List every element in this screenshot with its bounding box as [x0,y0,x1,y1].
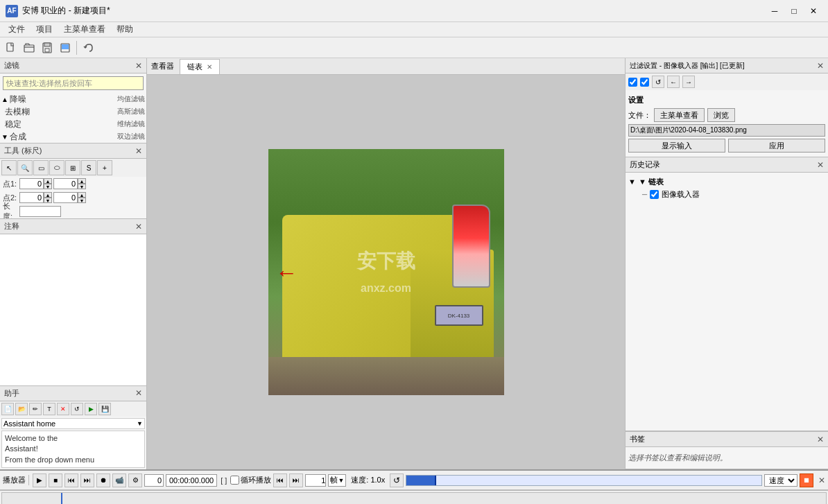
playback-bar-close[interactable]: ✕ [818,476,825,485]
tool-ellipse[interactable]: ⬭ [49,160,64,175]
save-button[interactable] [39,40,55,56]
history-image-loader-cb[interactable] [650,190,659,199]
main-container: 滤镜 ✕ ▲ 降噪 均值滤镜 去模糊 高斯滤镜 稳定 [0,58,828,469]
frame-count-input[interactable] [305,474,326,487]
filter-expand-stable[interactable] [1,121,3,128]
menu-file[interactable]: 文件 [3,22,31,37]
svg-rect-0 [7,43,13,51]
assistant-edit[interactable]: ✏ [29,403,42,415]
minimize-button[interactable]: ─ [766,4,784,18]
filter-expand-composite[interactable]: ▼ [1,133,8,141]
next-frame-button[interactable]: ⏭ [80,473,94,487]
coord-point1-x-down[interactable]: ▼ [44,184,52,189]
filter-panel-close[interactable]: ✕ [135,61,142,71]
assistant-play[interactable]: ▶ [85,403,97,415]
timeline-handle[interactable] [435,476,436,485]
refresh-button[interactable]: ↺ [390,473,404,487]
filter-settings-close[interactable]: ✕ [817,61,824,71]
tool-zoom[interactable]: 🔍 [17,160,33,175]
assistant-panel-close[interactable]: ✕ [135,388,142,398]
filter-expand-noise[interactable]: ▲ [1,96,8,103]
record-stop-button[interactable]: ⏹ [800,473,813,487]
coord-point2-y-down[interactable]: ▼ [78,198,86,203]
filter-expand-deblur[interactable] [1,108,3,116]
assistant-reset[interactable]: ↺ [71,403,83,415]
notes-textarea[interactable] [0,234,146,385]
open-button[interactable] [21,40,37,56]
assistant-text[interactable]: T [43,403,55,415]
chain-tab[interactable]: 链表 ✕ [180,59,220,74]
timeline-scrubber[interactable] [406,475,762,486]
filter-search-input[interactable] [3,76,144,90]
export-video-button[interactable]: 📹 [112,473,126,487]
timeline-track[interactable] [1,492,827,504]
svg-rect-1 [24,45,34,52]
coord-point2-y[interactable] [53,192,78,203]
maximize-button[interactable]: □ [785,4,803,18]
coord-point2-x-up[interactable]: ▲ [44,192,52,198]
coord-point2-x[interactable] [19,192,44,203]
coord-point1-y-down[interactable]: ▼ [78,184,86,189]
svg-rect-3 [44,43,50,46]
chain-tab-close[interactable]: ✕ [207,63,212,71]
history-chain-node[interactable]: ▼ ▼ 链表 [628,175,825,188]
coord-point1-y-up[interactable]: ▲ [78,178,86,184]
settings-filepath-row: D:\桌面\图片\2020-04-08_103830.png [628,123,825,137]
playback-title: 播放器 [3,475,29,485]
coord-point1-x[interactable] [19,178,44,189]
assistant-new[interactable]: 📄 [1,403,14,415]
assistant-dropdown[interactable]: Assistant home ▼ [1,418,145,429]
assistant-panel: 助手 ✕ 📄 📂 ✏ T ✕ ↺ ▶ 💾 Assistant home ▼ We… [0,385,146,469]
settings-browse-button[interactable]: 浏览 [707,108,735,122]
tool-grid[interactable]: ⊞ [65,160,80,175]
filter-settings-prev[interactable]: ← [667,76,680,88]
close-button[interactable]: ✕ [804,4,822,18]
assistant-delete[interactable]: ✕ [57,403,69,415]
filter-settings-header: 过滤设置 - 图像载入器 [输出] [已更新] ✕ [626,58,828,73]
play-button[interactable]: ▶ [33,473,46,487]
history-chain-label: ▼ 链表 [639,177,664,187]
frame-prev-button[interactable]: ⏮ [273,473,287,487]
frame-unit-arrow: ▼ [338,477,344,484]
menu-view[interactable]: 主菜单查看 [58,22,111,37]
chain-viewer-header: 查看器 链表 ✕ [147,58,625,75]
speed-select[interactable]: 速度 [764,474,797,487]
bookmark-panel-close[interactable]: ✕ [817,435,824,444]
settings-video-button[interactable]: ⚙ [128,473,142,487]
tool-scale[interactable]: S [81,160,96,175]
record-button[interactable]: ⏺ [96,473,110,487]
filter-settings-next[interactable]: → [682,76,695,88]
tail-light [452,205,490,288]
tool-rect[interactable]: ▭ [33,160,49,175]
notes-panel-close[interactable]: ✕ [135,222,142,232]
settings-main-view-button[interactable]: 主菜单查看 [654,108,705,122]
filter-settings-cb2[interactable] [640,78,649,87]
new-button[interactable] [3,40,19,56]
prev-frame-button[interactable]: ⏮ [64,473,78,487]
filter-label-noise: 降噪 [10,94,117,105]
assistant-open[interactable]: 📂 [15,403,28,415]
assistant-dropdown-arrow: ▼ [137,420,143,427]
menu-project[interactable]: 项目 [31,22,58,37]
frame-number-input[interactable] [144,474,164,487]
assistant-save[interactable]: 💾 [98,403,111,415]
tool-add[interactable]: + [97,160,112,175]
coord-point2-y-up[interactable]: ▲ [78,192,86,198]
history-panel-close[interactable]: ✕ [817,160,824,170]
menu-help[interactable]: 帮助 [111,22,139,37]
stop-button[interactable]: ■ [49,473,62,487]
export-button[interactable] [57,40,74,56]
filter-settings-reset[interactable]: ↺ [652,76,664,88]
settings-show-input-button[interactable]: 显示输入 [628,139,725,153]
tool-select[interactable]: ↖ [1,160,17,175]
coord-length-value[interactable] [19,206,61,217]
coord-point2-x-down[interactable]: ▼ [44,198,52,203]
settings-apply-button[interactable]: 应用 [728,139,825,153]
filter-settings-cb1[interactable] [628,78,637,87]
coord-point1-y[interactable] [53,178,78,189]
frame-next-button[interactable]: ⏭ [289,473,303,487]
tools-panel-close[interactable]: ✕ [135,146,142,156]
coord-point1-x-up[interactable]: ▲ [44,178,52,184]
undo-button[interactable] [80,40,96,56]
loop-checkbox[interactable] [230,476,239,485]
